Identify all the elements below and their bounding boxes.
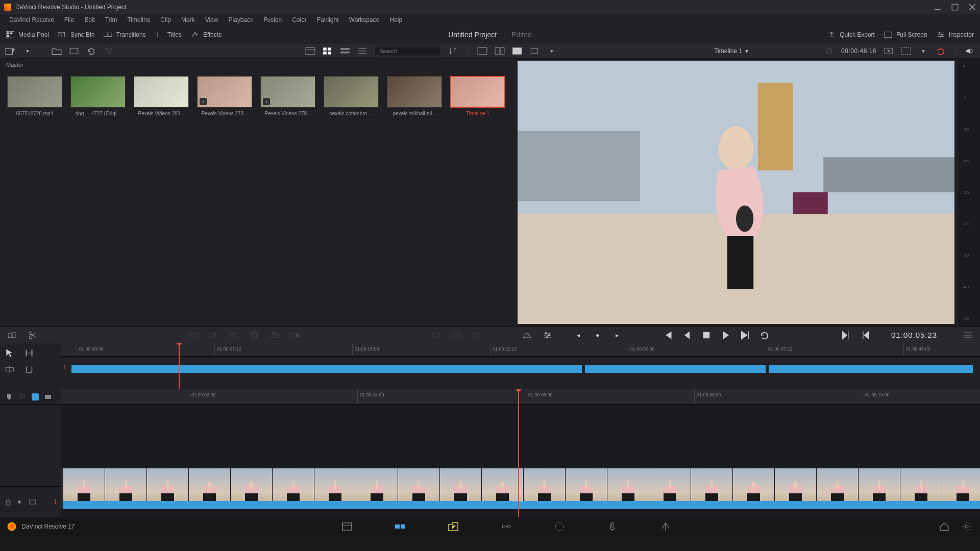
- chevron-down-icon-3[interactable]: ▾: [918, 47, 928, 55]
- close-up-icon[interactable]: [250, 331, 260, 340]
- lock-icon[interactable]: [4, 498, 12, 506]
- home-icon[interactable]: [938, 520, 950, 533]
- next-edit-button[interactable]: [841, 330, 851, 340]
- jog-center-icon[interactable]: ●: [593, 330, 603, 340]
- chevron-down-icon-2[interactable]: ▾: [547, 47, 557, 55]
- jog-next-icon[interactable]: ▸: [612, 330, 622, 340]
- settings-icon[interactable]: [961, 520, 973, 533]
- maximize-button[interactable]: [951, 4, 959, 11]
- transition-icon[interactable]: [522, 331, 532, 340]
- menu-clip[interactable]: Clip: [155, 14, 176, 26]
- sliders-icon[interactable]: [543, 331, 553, 340]
- playhead-detail[interactable]: [518, 389, 519, 517]
- menu-view[interactable]: View: [200, 14, 224, 26]
- clip-item[interactable]: Pexels Videos 288...: [134, 76, 189, 116]
- split-icon[interactable]: [28, 331, 38, 340]
- clip-item[interactable]: dog_-_4727 (Origi...: [70, 76, 126, 116]
- refresh-icon[interactable]: [86, 47, 96, 55]
- menu-davinci[interactable]: DaVinci Resolve: [4, 14, 59, 26]
- trim-c-icon[interactable]: [472, 331, 482, 340]
- first-frame-button[interactable]: [663, 330, 673, 340]
- menu-mark[interactable]: Mark: [176, 14, 200, 26]
- list-view-icon[interactable]: [357, 47, 368, 55]
- menu-playback[interactable]: Playback: [223, 14, 258, 26]
- dual-viewer-icon[interactable]: [495, 47, 505, 55]
- thumbnail-view-icon[interactable]: [323, 47, 333, 55]
- filter-icon[interactable]: [104, 47, 114, 55]
- strip-view-icon[interactable]: [340, 47, 350, 55]
- timeline-name-dropdown[interactable]: Timeline 1 ▾: [714, 47, 748, 55]
- snap-tool[interactable]: [23, 364, 35, 375]
- menu-fusion[interactable]: Fusion: [258, 14, 287, 26]
- transitions-toggle[interactable]: Transitions: [104, 31, 145, 38]
- speaker-icon[interactable]: [965, 47, 975, 55]
- trim-a-icon[interactable]: [431, 331, 442, 340]
- audio-sync-icon[interactable]: [32, 393, 39, 400]
- single-viewer-icon[interactable]: [477, 47, 487, 55]
- marker-tool-icon[interactable]: [5, 393, 13, 401]
- metadata-view-icon[interactable]: [305, 47, 315, 55]
- mini-track-clip[interactable]: [71, 365, 973, 373]
- record-timecode[interactable]: 01:00:05:23: [891, 331, 937, 339]
- close-button[interactable]: [969, 4, 976, 11]
- fusion-page-icon[interactable]: [500, 520, 512, 533]
- display-icon[interactable]: [29, 498, 37, 506]
- deliver-page-icon[interactable]: [659, 520, 672, 533]
- playhead-mini[interactable]: [179, 343, 180, 389]
- place-on-top-icon[interactable]: [270, 331, 280, 340]
- bin-label[interactable]: Master: [0, 59, 516, 71]
- menu-fairlight[interactable]: Fairlight: [312, 14, 344, 26]
- loop-button[interactable]: [760, 330, 770, 340]
- clip-item[interactable]: pexels-cottonbro-...: [324, 76, 379, 116]
- viewer[interactable]: [518, 61, 954, 324]
- titles-toggle[interactable]: T Titles: [155, 31, 182, 38]
- effects-toggle[interactable]: Effects: [191, 31, 222, 38]
- video-track-icon[interactable]: [44, 393, 52, 401]
- timeline-options-icon[interactable]: [963, 331, 973, 340]
- viewer-size-icon[interactable]: [529, 47, 540, 55]
- media-page-icon[interactable]: [341, 520, 353, 533]
- play-button[interactable]: [721, 330, 731, 340]
- full-screen-button[interactable]: Full Screen: [884, 31, 927, 38]
- track-canvas[interactable]: 01:00:02:00 01:00:04:00 01:00:06:00 01:0…: [61, 389, 980, 517]
- clip-item[interactable]: ♪Pexels Videos 278...: [197, 76, 252, 116]
- mini-ruler[interactable]: 01:00:00:00 01:00:07:12 01:00:15:00 01:0…: [61, 343, 980, 357]
- audio-waveform[interactable]: [63, 501, 980, 509]
- trim-tool[interactable]: [23, 347, 35, 359]
- menu-color[interactable]: Color: [287, 14, 312, 26]
- prev-frame-button[interactable]: [682, 330, 692, 340]
- clip-item[interactable]: pexels-mikhail-nil...: [387, 76, 442, 116]
- prev-edit-button[interactable]: [861, 330, 871, 340]
- fairlight-page-icon[interactable]: [606, 520, 619, 533]
- append-icon[interactable]: [209, 331, 219, 340]
- last-frame-button[interactable]: [740, 330, 750, 340]
- bypass-icon[interactable]: [824, 47, 834, 55]
- blade-tool[interactable]: [4, 364, 15, 375]
- video-track-header[interactable]: 1: [0, 486, 61, 517]
- match-frame-icon[interactable]: [884, 47, 894, 55]
- smart-insert-icon[interactable]: [189, 331, 199, 340]
- menu-help[interactable]: Help: [384, 14, 407, 26]
- speaker-icon[interactable]: [16, 498, 24, 506]
- selection-tool[interactable]: [4, 347, 15, 359]
- bin-icon[interactable]: [69, 47, 79, 55]
- safe-area-icon[interactable]: [901, 47, 911, 55]
- menu-trim[interactable]: Trim: [100, 14, 122, 26]
- import-media-button[interactable]: [5, 47, 15, 55]
- sort-icon[interactable]: [448, 47, 458, 55]
- loop-icon[interactable]: [936, 47, 946, 55]
- trim-b-icon[interactable]: [451, 331, 461, 340]
- sync-bin-toggle[interactable]: Sync Bin: [58, 31, 94, 38]
- menu-timeline[interactable]: Timeline: [122, 14, 155, 26]
- source-overwrite-icon[interactable]: [290, 331, 300, 340]
- search-input[interactable]: [375, 46, 441, 56]
- clip-item[interactable]: Timeline 1: [450, 76, 505, 116]
- timeline-mini[interactable]: 01:00:00:00 01:00:07:12 01:00:15:00 01:0…: [61, 343, 980, 389]
- cut-page-icon[interactable]: [394, 520, 406, 533]
- menu-workspace[interactable]: Workspace: [344, 14, 385, 26]
- menu-file[interactable]: File: [59, 14, 79, 26]
- folder-icon[interactable]: [52, 47, 62, 55]
- clip-item[interactable]: ♪Pexels Videos 279...: [260, 76, 315, 116]
- inspector-toggle[interactable]: Inspector: [937, 31, 974, 38]
- ripple-overwrite-icon[interactable]: [229, 331, 239, 340]
